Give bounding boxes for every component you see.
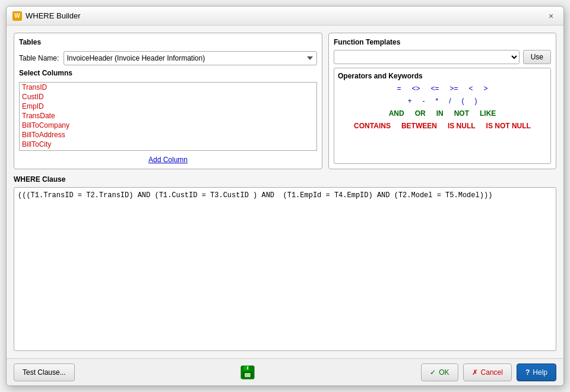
- list-item[interactable]: EmpID: [20, 102, 316, 111]
- help-label: Help: [533, 368, 547, 377]
- op-not[interactable]: NOT: [452, 109, 471, 118]
- columns-list[interactable]: TransID CustID EmpID TransDate BillToCom…: [19, 82, 317, 151]
- bottom-bar: Test Clause... ✓ OK ✗ Cancel ?: [7, 358, 563, 385]
- where-builder-dialog: W WHERE Builder × Tables Table Name: Inv…: [6, 6, 564, 386]
- test-clause-button[interactable]: Test Clause...: [14, 363, 75, 381]
- use-button[interactable]: Use: [523, 50, 551, 64]
- function-templates-row: Use: [334, 50, 551, 64]
- op-in[interactable]: IN: [435, 109, 445, 118]
- list-item[interactable]: BillToState: [20, 149, 316, 151]
- bottom-left: Test Clause...: [14, 363, 75, 381]
- op-isnull[interactable]: IS NULL: [446, 121, 477, 131]
- where-clause-textarea[interactable]: [14, 187, 556, 351]
- test-clause-label: Test Clause...: [23, 368, 66, 377]
- tables-section-title: Tables: [19, 38, 317, 46]
- select-columns-label: Select Columns: [19, 69, 317, 77]
- op-and[interactable]: AND: [387, 109, 406, 118]
- list-item[interactable]: BillToCompany: [20, 121, 316, 130]
- ok-label: OK: [439, 368, 449, 377]
- op-isnotnull[interactable]: IS NOT NULL: [484, 121, 533, 131]
- list-item[interactable]: TransDate: [20, 111, 316, 121]
- op-closeparen[interactable]: ): [473, 96, 479, 106]
- function-templates-section: Function Templates Use: [334, 38, 551, 64]
- save-icon-area[interactable]: [239, 364, 256, 381]
- app-icon: W: [12, 11, 22, 21]
- op-between[interactable]: BETWEEN: [400, 121, 439, 131]
- op-plus[interactable]: +: [406, 96, 413, 106]
- function-templates-title: Function Templates: [334, 38, 551, 46]
- where-clause-title: WHERE Clause: [14, 175, 556, 184]
- op-contains[interactable]: CONTAINS: [352, 121, 392, 131]
- op-gt[interactable]: >: [482, 84, 490, 93]
- function-operators-panel: Function Templates Use Operators and Key…: [328, 33, 556, 169]
- ok-checkmark: ✓: [430, 368, 436, 377]
- op-openparen[interactable]: (: [460, 96, 466, 106]
- op-divide[interactable]: /: [447, 96, 452, 106]
- help-button[interactable]: ? Help: [517, 363, 556, 381]
- function-templates-select[interactable]: [334, 50, 520, 64]
- op-lte[interactable]: <=: [429, 84, 441, 93]
- title-bar-left: W WHERE Builder: [12, 11, 80, 21]
- op-multiply[interactable]: *: [434, 96, 441, 106]
- title-bar: W WHERE Builder ×: [7, 7, 563, 26]
- op-gte[interactable]: >=: [448, 84, 460, 93]
- operators-row-3: AND OR IN NOT LIKE: [338, 109, 547, 118]
- table-name-row: Table Name: InvoiceHeader (Invoice Heade…: [19, 51, 317, 65]
- operators-title: Operators and Keywords: [338, 72, 547, 80]
- table-name-select[interactable]: InvoiceHeader (Invoice Header Informatio…: [64, 51, 317, 65]
- help-question-mark: ?: [525, 368, 530, 377]
- top-panels: Tables Table Name: InvoiceHeader (Invoic…: [14, 33, 556, 169]
- cancel-button[interactable]: ✗ Cancel: [463, 363, 512, 381]
- op-minus[interactable]: -: [421, 96, 427, 106]
- add-column-link[interactable]: Add Column: [19, 156, 317, 164]
- table-name-label: Table Name:: [19, 54, 59, 62]
- ok-button[interactable]: ✓ OK: [421, 363, 458, 381]
- op-like[interactable]: LIKE: [478, 109, 498, 118]
- cancel-label: Cancel: [481, 368, 503, 377]
- operators-row-2: + - * / ( ): [338, 96, 547, 106]
- cancel-xmark: ✗: [472, 368, 478, 377]
- list-item[interactable]: TransID: [20, 83, 316, 92]
- where-clause-section: WHERE Clause: [14, 175, 556, 351]
- op-equals[interactable]: =: [395, 84, 403, 93]
- bottom-right: ✓ OK ✗ Cancel ? Help: [421, 363, 556, 381]
- dialog-title: WHERE Builder: [26, 11, 80, 20]
- save-icon: [239, 364, 256, 381]
- operators-row-1: = <> <= >= < >: [338, 84, 547, 93]
- list-item[interactable]: BillToCity: [20, 140, 316, 149]
- operators-row-4: CONTAINS BETWEEN IS NULL IS NOT NULL: [338, 121, 547, 131]
- svg-rect-3: [245, 373, 251, 377]
- svg-rect-1: [243, 366, 249, 371]
- list-item[interactable]: BillToAddress: [20, 130, 316, 140]
- svg-rect-4: [247, 366, 248, 369]
- close-button[interactable]: ×: [544, 10, 558, 23]
- list-item[interactable]: CustID: [20, 92, 316, 102]
- operators-section: Operators and Keywords = <> <= >= < > + …: [334, 68, 551, 164]
- op-lt[interactable]: <: [467, 84, 475, 93]
- op-or[interactable]: OR: [413, 109, 428, 118]
- tables-panel: Tables Table Name: InvoiceHeader (Invoic…: [14, 33, 322, 169]
- dialog-content: Tables Table Name: InvoiceHeader (Invoic…: [7, 26, 563, 358]
- op-notequals[interactable]: <>: [410, 84, 422, 93]
